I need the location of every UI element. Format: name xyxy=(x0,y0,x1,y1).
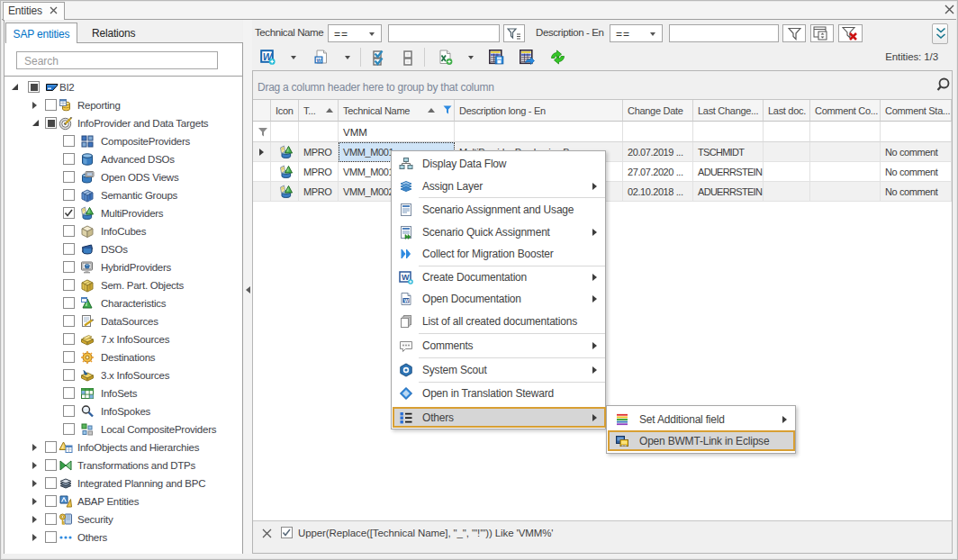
svg-text:W: W xyxy=(316,58,321,63)
svg-text:W: W xyxy=(404,298,410,303)
